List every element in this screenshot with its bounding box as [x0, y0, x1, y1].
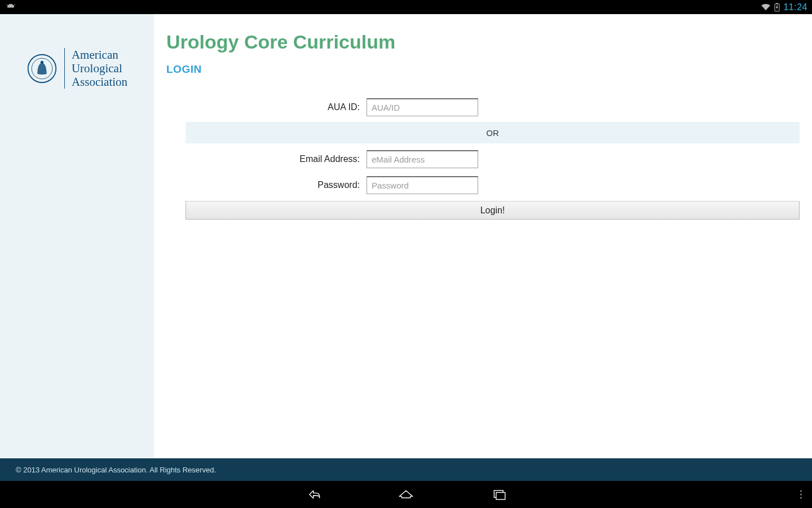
- logo-divider: [64, 48, 65, 89]
- password-input[interactable]: [367, 176, 478, 194]
- svg-rect-1: [776, 3, 778, 4]
- battery-charging-icon: [774, 3, 780, 12]
- org-name-line2: Urological: [72, 62, 127, 75]
- overflow-dot-icon: [800, 494, 802, 496]
- copyright-text: © 2013 American Urological Association. …: [16, 466, 216, 474]
- org-name-line3: Association: [72, 75, 127, 89]
- android-nav-bar: [0, 481, 812, 508]
- svg-point-4: [41, 60, 44, 64]
- android-debug-icon: [5, 3, 17, 12]
- org-name: American Urological Association: [72, 48, 127, 89]
- footer: © 2013 American Urological Association. …: [0, 458, 812, 481]
- page-title: Urology Core Curriculum: [166, 31, 800, 53]
- email-input[interactable]: [367, 150, 478, 168]
- status-clock: 11:24: [783, 2, 807, 12]
- or-text: OR: [486, 128, 499, 138]
- status-bar: 11:24: [0, 0, 812, 14]
- overflow-dot-icon: [800, 497, 802, 499]
- aua-id-label: AUA ID:: [166, 102, 367, 112]
- org-seal-icon: [27, 53, 58, 84]
- or-separator: OR: [186, 122, 800, 143]
- work-area: American Urological Association Urology …: [0, 14, 812, 458]
- svg-rect-6: [496, 492, 505, 499]
- sidebar: American Urological Association: [0, 14, 154, 458]
- back-button[interactable]: [302, 484, 323, 505]
- aua-id-input[interactable]: [367, 98, 478, 116]
- overflow-menu-button[interactable]: [800, 491, 802, 499]
- login-form: AUA ID: OR Email Address: Password:: [166, 96, 800, 220]
- password-label: Password:: [166, 180, 367, 190]
- login-button[interactable]: Login!: [186, 201, 800, 220]
- recent-apps-button[interactable]: [489, 484, 510, 505]
- org-logo: American Urological Association: [27, 48, 127, 89]
- org-name-line1: American: [72, 48, 127, 62]
- main-panel: Urology Core Curriculum LOGIN AUA ID: OR…: [154, 14, 812, 458]
- wifi-icon: [761, 3, 771, 11]
- email-label: Email Address:: [166, 154, 367, 164]
- home-button[interactable]: [396, 484, 416, 505]
- overflow-dot-icon: [800, 491, 802, 492]
- login-heading: LOGIN: [166, 63, 800, 76]
